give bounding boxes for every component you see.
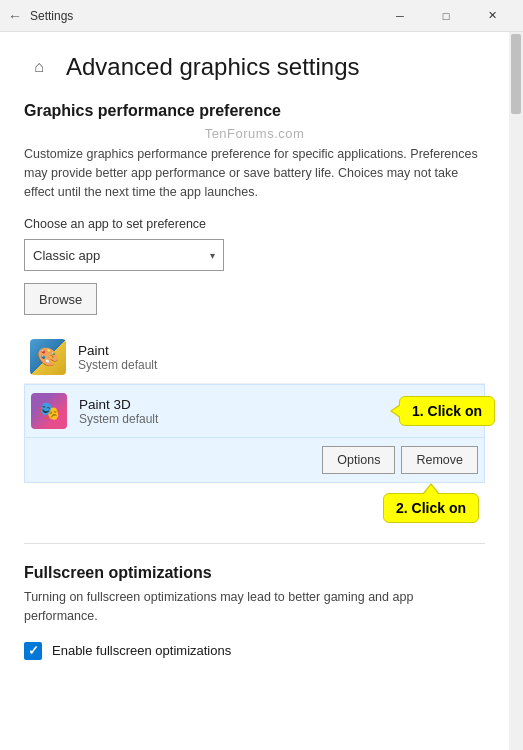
graphics-section: Graphics performance preference TenForum…	[24, 102, 485, 523]
paint-app-status: System default	[78, 358, 479, 372]
callout1-container: 1. Click on	[399, 396, 495, 426]
scrollbar-track[interactable]	[509, 32, 523, 750]
fullscreen-checkbox[interactable]	[24, 642, 42, 660]
callout1: 1. Click on	[399, 396, 495, 426]
minimize-button[interactable]: ─	[377, 0, 423, 32]
page-title: Advanced graphics settings	[66, 53, 360, 81]
page-back-button[interactable]: ⌂	[24, 52, 54, 82]
callout2-container: 2. Click on	[24, 483, 485, 523]
dropdown-wrapper: Classic app ▾	[24, 239, 485, 271]
paint-app-name: Paint	[78, 343, 479, 358]
fullscreen-description: Turning on fullscreen optimizations may …	[24, 588, 485, 626]
back-icon[interactable]: ←	[8, 8, 22, 24]
fullscreen-checkbox-label: Enable fullscreen optimizations	[52, 643, 231, 658]
paint-app-info: Paint System default	[78, 343, 479, 372]
graphics-section-title: Graphics performance preference	[24, 102, 485, 120]
fullscreen-section: Fullscreen optimizations Turning on full…	[24, 564, 485, 660]
app-actions: Options Remove	[24, 438, 485, 483]
paint-app-item[interactable]: 🎨 Paint System default	[24, 331, 485, 384]
scrollbar-thumb[interactable]	[511, 34, 521, 114]
callout2: 2. Click on	[383, 493, 479, 523]
paint3d-app-icon: 🎭	[31, 393, 67, 429]
page-header: ⌂ Advanced graphics settings	[24, 52, 485, 82]
app-list: 🎨 Paint System default 🎭 Paint 3D System…	[24, 331, 485, 523]
title-bar-text: Settings	[30, 9, 73, 23]
paint3d-app-item[interactable]: 🎭 Paint 3D System default 1. Click on	[24, 384, 485, 438]
remove-button[interactable]: Remove	[401, 446, 478, 474]
fullscreen-section-title: Fullscreen optimizations	[24, 564, 485, 582]
content-area: ⌂ Advanced graphics settings Graphics pe…	[0, 32, 523, 750]
section-divider	[24, 543, 485, 544]
paint-app-icon: 🎨	[30, 339, 66, 375]
main-content: ⌂ Advanced graphics settings Graphics pe…	[0, 32, 509, 750]
paint3d-row-wrapper: 🎭 Paint 3D System default 1. Click on	[24, 384, 485, 438]
title-bar: ← Settings ─ □ ✕	[0, 0, 523, 32]
browse-button[interactable]: Browse	[24, 283, 97, 315]
chevron-down-icon: ▾	[210, 250, 215, 261]
maximize-button[interactable]: □	[423, 0, 469, 32]
watermark: TenForums.com	[24, 126, 485, 141]
close-button[interactable]: ✕	[469, 0, 515, 32]
title-bar-controls: ─ □ ✕	[377, 0, 515, 32]
fullscreen-checkbox-row: Enable fullscreen optimizations	[24, 642, 485, 660]
dropdown-label: Choose an app to set preference	[24, 217, 485, 231]
title-bar-left: ← Settings	[8, 8, 377, 24]
options-button[interactable]: Options	[322, 446, 395, 474]
app-type-dropdown[interactable]: Classic app ▾	[24, 239, 224, 271]
dropdown-value: Classic app	[33, 248, 100, 263]
graphics-description: Customize graphics performance preferenc…	[24, 145, 485, 201]
